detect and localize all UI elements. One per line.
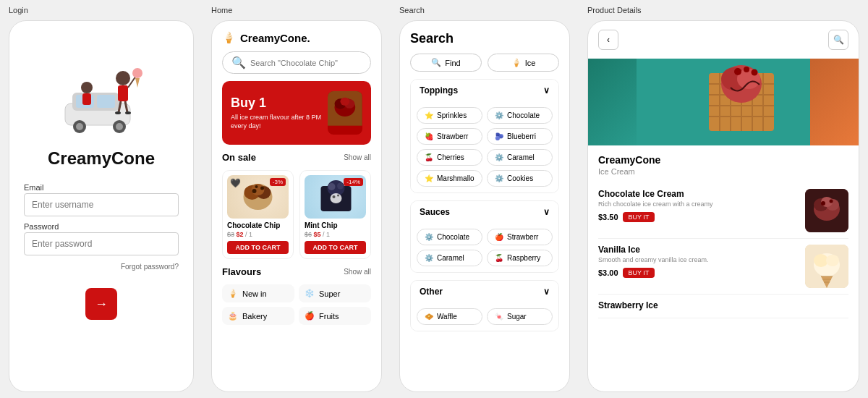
password-input[interactable] <box>24 232 179 255</box>
topping-caramel[interactable]: ⚙️ Caramel <box>487 149 553 166</box>
search-icon: 🔍 <box>231 56 246 69</box>
flavour-super[interactable]: ❄️ Super <box>299 284 371 302</box>
home-panel: Home 🍦 CreamyCone. 🔍 Buy 1 All ice cream… <box>203 0 391 398</box>
flavours-show-all[interactable]: Show all <box>344 268 371 276</box>
topping-sprinkles[interactable]: ⭐ Sprinkles <box>417 107 482 124</box>
svg-point-35 <box>331 193 342 203</box>
back-button[interactable]: ‹ <box>598 30 618 50</box>
other-sugar[interactable]: 🍬 Sugar <box>487 308 553 325</box>
sprinkles-label: Sprinkles <box>437 111 467 119</box>
svg-point-5 <box>116 123 123 130</box>
old-price-mint: $6 <box>305 231 312 238</box>
product-info-chocolate: Chocolate Ice Cream Rich chocolate ice c… <box>598 189 798 222</box>
flavour-super-icon: ❄️ <box>305 289 315 298</box>
search-panel: Search Search 🔍 Find 🍦 Ice Toppings ∨ <box>391 0 579 398</box>
topping-cherries[interactable]: 🍒 Cherries <box>417 149 482 166</box>
svg-point-33 <box>328 183 336 190</box>
product-img-mint: -14% <box>305 175 366 219</box>
sauce-caramel[interactable]: ⚙️ Caramel <box>417 250 482 266</box>
svg-point-65 <box>826 255 839 266</box>
product-list-desc-vanilla: Smooth and creamy vanilla ice cream. <box>598 256 798 265</box>
topping-strawberry[interactable]: 🍓 Strawberr <box>417 128 482 145</box>
home-panel-title: Home <box>211 6 382 14</box>
add-to-cart-chocolate[interactable]: ADD TO CART <box>227 241 289 254</box>
other-label: Other <box>420 287 443 297</box>
product-img-vanilla-detail <box>805 245 848 288</box>
forgot-password-link[interactable]: Forgot password? <box>24 263 179 271</box>
waffle-icon: 🧇 <box>425 313 433 321</box>
blueberry-icon: 🫐 <box>495 132 503 140</box>
buy-chocolate-button[interactable]: BUY IT <box>623 212 655 222</box>
banner-subtext: All ice cream flavour after 8 PM every d… <box>231 114 328 130</box>
sauce-caramel-icon: ⚙️ <box>425 254 433 262</box>
sauces-label: Sauces <box>420 207 450 217</box>
back-icon: ‹ <box>607 35 610 45</box>
svg-point-34 <box>337 183 344 190</box>
product-details-panel: Product Details ‹ 🔍 <box>579 0 868 398</box>
flavour-new[interactable]: 🍦 New in <box>222 284 294 302</box>
home-header: 🍦 CreamyCone. <box>222 31 371 44</box>
sauce-chocolate[interactable]: ⚙️ Chocolate <box>417 229 482 245</box>
banner-heading: Buy 1 <box>231 96 328 111</box>
svg-point-52 <box>734 68 741 75</box>
details-brand: CreamyCone <box>598 154 848 166</box>
login-content: CreamyCone Email Password Forgot passwor… <box>9 21 193 391</box>
svg-point-13 <box>132 68 142 78</box>
toppings-section: Toppings ∨ ⭐ Sprinkles ⚙️ Chocolate 🍓 St… <box>410 79 559 193</box>
flavour-bakery-label: Bakery <box>242 312 267 321</box>
flavour-new-icon: 🍦 <box>228 289 238 298</box>
buy-vanilla-button[interactable]: BUY IT <box>623 268 655 278</box>
cherries-label: Cherries <box>437 153 464 161</box>
banner-text: Buy 1 All ice cream flavour after 8 PM e… <box>231 96 328 130</box>
details-nav: ‹ 🔍 <box>588 21 859 59</box>
login-arrow-icon: → <box>95 297 108 312</box>
password-label: Password <box>24 222 179 231</box>
sauces-header[interactable]: Sauces ∨ <box>411 201 558 223</box>
search-nav-icon: 🔍 <box>833 35 844 45</box>
login-form: Email Password Forgot password? → <box>24 183 179 320</box>
topping-chocolate[interactable]: ⚙️ Chocolate <box>487 107 553 124</box>
other-waffle[interactable]: 🧇 Waffle <box>417 308 482 325</box>
email-input[interactable] <box>24 193 179 216</box>
heart-icon[interactable]: 🖤 <box>230 178 241 188</box>
topping-marshmallow[interactable]: ⭐ Marshmallo <box>417 170 482 187</box>
login-button[interactable]: → <box>85 288 117 320</box>
toppings-header[interactable]: Toppings ∨ <box>411 80 558 101</box>
toppings-grid: ⭐ Sprinkles ⚙️ Chocolate 🍓 Strawberr 🫐 B… <box>411 101 558 192</box>
vanilla-price: $3.00 <box>598 268 618 277</box>
sauces-grid: ⚙️ Chocolate 🍎 Strawberr ⚙️ Caramel 🍒 Ra… <box>411 223 558 272</box>
sauce-caramel-label: Caramel <box>437 254 464 262</box>
topping-cookies[interactable]: ⚙️ Cookies <box>487 170 553 187</box>
waffle-label: Waffle <box>437 313 457 321</box>
home-search-bar[interactable]: 🔍 <box>222 51 371 74</box>
sauce-chocolate-label: Chocolate <box>437 233 469 241</box>
add-to-cart-mint[interactable]: ADD TO CART <box>305 241 366 254</box>
flavour-fruits[interactable]: 🍎 Fruits <box>299 307 371 325</box>
details-product-list: CreamyCone Ice Cream Chocolate Ice Cream… <box>588 145 859 391</box>
product-list-item-chocolate: Chocolate Ice Cream Rich chocolate ice c… <box>598 183 848 239</box>
product-name-mint: Mint Chip <box>305 221 366 229</box>
find-chip[interactable]: 🔍 Find <box>410 54 482 72</box>
chocolate-topping-icon: ⚙️ <box>495 111 503 119</box>
ice-chip[interactable]: 🍦 Ice <box>488 54 559 72</box>
details-panel-title: Product Details <box>587 6 859 14</box>
sauce-strawberry[interactable]: 🍎 Strawberr <box>487 229 553 245</box>
sauces-section: Sauces ∨ ⚙️ Chocolate 🍎 Strawberr ⚙️ Car… <box>410 200 559 273</box>
product-list-item-vanilla: Vanilla Ice Smooth and creamy vanilla ic… <box>598 239 848 295</box>
sauce-raspberry[interactable]: 🍒 Raspberry <box>487 250 553 266</box>
topping-blueberry[interactable]: 🫐 Blueberri <box>487 128 553 145</box>
product-img-chocolate-detail <box>805 189 848 232</box>
flavour-bakery[interactable]: 🎂 Bakery <box>222 307 294 325</box>
login-panel: Login <box>0 0 203 398</box>
svg-point-10 <box>116 71 130 85</box>
other-header[interactable]: Other ∨ <box>411 281 558 302</box>
home-banner: Buy 1 All ice cream flavour after 8 PM e… <box>222 81 371 145</box>
search-button[interactable]: 🔍 <box>828 30 848 50</box>
svg-marker-14 <box>135 78 140 88</box>
product-card-chocolate: 🖤 -3% Chocolate Chip <box>222 170 294 259</box>
flavour-super-label: Super <box>319 289 340 298</box>
details-phone-frame: ‹ 🔍 <box>587 20 859 392</box>
on-sale-show-all[interactable]: Show all <box>344 153 371 161</box>
flavour-new-label: New in <box>242 289 267 298</box>
home-search-input[interactable] <box>250 59 362 67</box>
